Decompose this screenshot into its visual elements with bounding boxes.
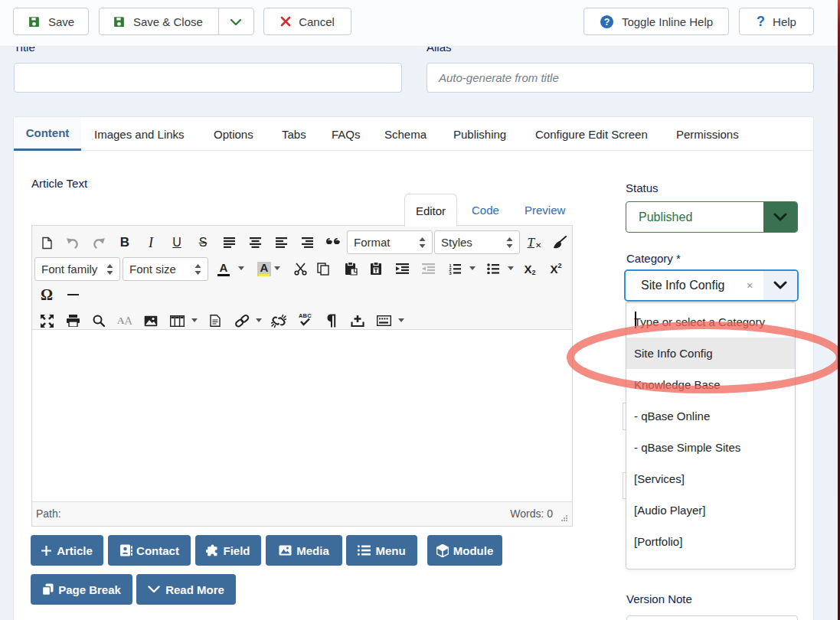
svg-text:?: ?	[604, 16, 610, 27]
svg-text:ABC: ABC	[299, 312, 312, 319]
svg-text:3: 3	[449, 271, 452, 275]
